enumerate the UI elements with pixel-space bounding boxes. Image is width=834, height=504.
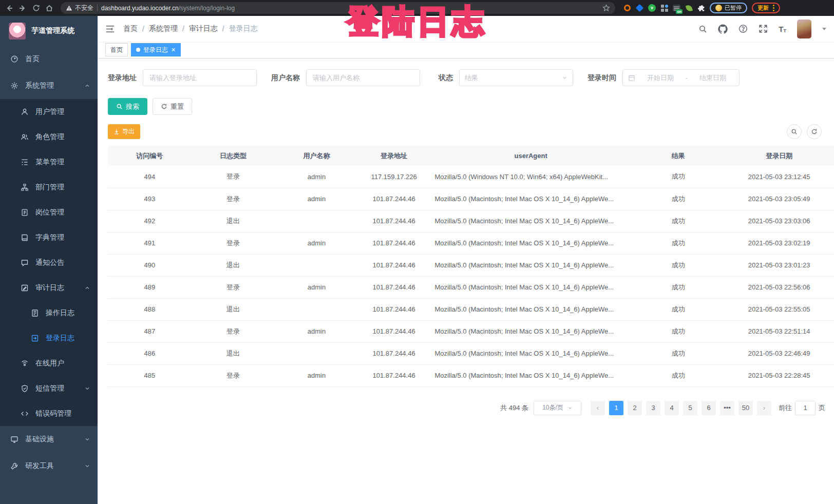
message-icon: [21, 259, 29, 267]
sidebar-logo-row[interactable]: 芋道管理系统: [0, 16, 98, 46]
tab-home[interactable]: 首页: [105, 43, 128, 56]
extension-green-icon[interactable]: v: [648, 4, 656, 12]
refresh-icon: [811, 128, 818, 135]
page-button[interactable]: 6: [702, 401, 716, 415]
cell-result: 成功: [632, 254, 725, 276]
refresh-table-button[interactable]: [807, 124, 822, 139]
fullscreen-icon[interactable]: [759, 24, 768, 33]
table-row[interactable]: 494 登录 admin 117.159.17.226 Mozilla/5.0 …: [108, 166, 834, 188]
browser-reload-button[interactable]: [31, 3, 41, 13]
export-button[interactable]: 导出: [108, 124, 140, 139]
goto-label: 前往: [779, 403, 792, 413]
cell-date: 2021-05-03 22:51:14: [724, 320, 834, 342]
breadcrumb-system[interactable]: 系统管理: [149, 24, 178, 33]
username-input[interactable]: [306, 69, 420, 86]
update-badge[interactable]: 更新: [752, 3, 780, 13]
sidebar-item-users[interactable]: 用户管理: [0, 99, 98, 124]
cell-useragent: Mozilla/5.0 (Macintosh; Intel Mac OS X 1…: [429, 232, 632, 254]
sidebar-item-online-users[interactable]: 在线用户: [0, 351, 98, 376]
sidebar-item-notices[interactable]: 通知公告: [0, 250, 98, 275]
breadcrumb-home[interactable]: 首页: [123, 24, 138, 33]
sidebar-item-audit-log[interactable]: 审计日志: [0, 275, 98, 300]
page-button[interactable]: 4: [665, 401, 679, 415]
page-button[interactable]: 5: [683, 401, 697, 415]
cell-useragent: Mozilla/5.0 (Macintosh; Intel Mac OS X 1…: [429, 298, 632, 320]
sidebar-item-roles[interactable]: 角色管理: [0, 124, 98, 149]
cell-username: [275, 254, 358, 276]
sidebar-item-menus[interactable]: 菜单管理: [0, 149, 98, 175]
page-button[interactable]: 2: [628, 401, 642, 415]
extension-orange-icon[interactable]: [623, 4, 631, 12]
cell-date: 2021-05-03 22:28:45: [724, 364, 834, 386]
table-row[interactable]: 488 退出 101.87.244.46 Mozilla/5.0 (Macint…: [108, 298, 834, 320]
cell-username: [275, 342, 358, 364]
page-button[interactable]: 3: [646, 401, 660, 415]
page-button[interactable]: •••: [720, 401, 734, 415]
url-bar[interactable]: 不安全 dashboard.yudao.iocoder.cn/system/lo…: [61, 2, 615, 14]
status-select[interactable]: 结果: [459, 69, 573, 86]
table-row[interactable]: 493 登录 admin 101.87.244.46 Mozilla/5.0 (…: [108, 188, 834, 210]
prev-page-button[interactable]: ‹: [591, 401, 605, 415]
caret-down-icon[interactable]: [822, 28, 826, 30]
page-size-select[interactable]: 10条/页: [534, 401, 581, 415]
next-page-button[interactable]: ›: [757, 401, 771, 415]
sidebar-item-sms[interactable]: 短信管理: [0, 376, 98, 401]
sidebar-item-system[interactable]: 系统管理: [0, 72, 98, 99]
breadcrumb-audit[interactable]: 审计日志: [189, 24, 218, 33]
address-input[interactable]: [143, 69, 257, 86]
sidebar-item-dictionary[interactable]: 字典管理: [0, 225, 98, 250]
extension-gem-icon[interactable]: [636, 4, 643, 12]
cell-useragent: Mozilla/5.0 (Macintosh; Intel Mac OS X 1…: [429, 210, 632, 232]
paused-badge[interactable]: 已暂停: [710, 3, 747, 13]
avatar[interactable]: [797, 20, 811, 38]
sidebar-item-departments[interactable]: 部门管理: [0, 175, 98, 200]
extension-list-on-icon[interactable]: on: [673, 4, 680, 12]
col-address: 登录地址: [358, 146, 430, 166]
reset-button[interactable]: 重置: [153, 98, 192, 115]
sidebar-item-home[interactable]: 首页: [0, 46, 98, 72]
browser-forward-button[interactable]: [17, 3, 28, 13]
font-size-icon[interactable]: TT: [779, 25, 786, 33]
close-icon[interactable]: ✕: [171, 47, 176, 53]
system-submenu: 用户管理 角色管理 菜单管理 部门管理 岗位管理 字典管理: [0, 99, 98, 426]
table-row[interactable]: 489 登录 admin 101.87.244.46 Mozilla/5.0 (…: [108, 276, 834, 298]
extension-leaf-icon[interactable]: [685, 4, 693, 12]
app-logo: [9, 23, 26, 40]
sidebar-item-dev-tools[interactable]: 研发工具: [0, 453, 98, 479]
table-row[interactable]: 486 退出 101.87.244.46 Mozilla/5.0 (Macint…: [108, 342, 834, 364]
sidebar-item-operation-log[interactable]: 操作日志: [0, 300, 98, 325]
page-button[interactable]: 50: [738, 401, 753, 415]
security-warning[interactable]: 不安全: [66, 4, 93, 12]
table-row[interactable]: 492 退出 101.87.244.46 Mozilla/5.0 (Macint…: [108, 210, 834, 232]
bookmark-star-icon[interactable]: [602, 4, 610, 12]
extensions-puzzle-icon[interactable]: [697, 4, 705, 12]
table-row[interactable]: 487 登录 admin 101.87.244.46 Mozilla/5.0 (…: [108, 320, 834, 342]
sidebar: 芋道管理系统 首页 系统管理 用户管理 角色管理 菜单管理: [0, 16, 98, 504]
toggle-search-button[interactable]: [787, 124, 802, 139]
cell-username: [275, 210, 358, 232]
search-icon[interactable]: [698, 25, 707, 33]
cell-date: 2021-05-03 23:02:19: [724, 232, 834, 254]
sidebar-item-error-codes[interactable]: 错误码管理: [0, 401, 98, 426]
tab-login-log[interactable]: 登录日志 ✕: [131, 43, 181, 56]
table-row[interactable]: 491 登录 admin 101.87.244.46 Mozilla/5.0 (…: [108, 232, 834, 254]
cell-address: 101.87.244.46: [358, 364, 430, 386]
sidebar-item-infrastructure[interactable]: 基础设施: [0, 426, 98, 453]
browser-menu-icon[interactable]: [773, 5, 774, 11]
chevron-down-icon: [562, 75, 567, 81]
hamburger-icon[interactable]: [105, 25, 115, 33]
extension-grid-icon[interactable]: [660, 4, 668, 12]
warning-triangle-icon: [66, 5, 72, 11]
sidebar-item-posts[interactable]: 岗位管理: [0, 200, 98, 225]
github-icon[interactable]: [718, 24, 728, 34]
sidebar-item-login-log[interactable]: 登录日志: [0, 325, 98, 351]
page-button[interactable]: 1: [609, 401, 623, 415]
table-row[interactable]: 490 退出 101.87.244.46 Mozilla/5.0 (Macint…: [108, 254, 834, 276]
goto-page-input[interactable]: [795, 401, 816, 415]
table-row[interactable]: 485 登录 admin 101.87.244.46 Mozilla/5.0 (…: [108, 364, 834, 386]
browser-home-button[interactable]: [44, 3, 54, 13]
help-icon[interactable]: [738, 24, 748, 33]
search-button[interactable]: 搜索: [108, 98, 147, 115]
date-range-picker[interactable]: 开始日期 - 结束日期: [622, 69, 740, 86]
browser-back-button[interactable]: [4, 3, 14, 13]
